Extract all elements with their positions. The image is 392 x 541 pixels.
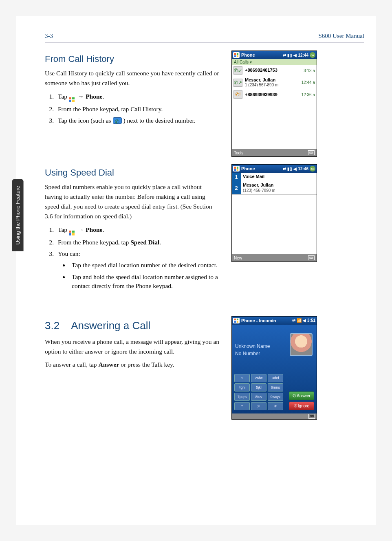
start-icon[interactable] [233,318,240,323]
section3-p1: When you receive a phone call, a message… [45,337,220,356]
caller-avatar [290,333,313,356]
new-button[interactable]: New [234,256,242,260]
volume-icon[interactable]: ◀ [303,318,306,323]
screenshot-incoming-call: Phone - Incomin ⇄ 📶 ◀ 3:51 Unknown Name [231,316,317,420]
call-time: 12:44 a [302,80,315,85]
speed-dial-name: Voice Mail [243,174,315,180]
speed-dial-info: Voice Mail [241,173,317,181]
start-menu-icon [69,231,76,236]
keypad-key[interactable]: 7pqrs [234,393,250,401]
volume-icon[interactable]: ◀ [293,167,297,171]
section2-steps: Tap → Phone. From the Phone keypad, tap … [45,224,220,291]
call-time: 12:36 a [302,92,315,97]
footer-bar: New ⌨ [232,254,317,262]
speed-dial-row[interactable]: 1Voice Mail [232,173,317,181]
screenshot-speed-dial: Phone ⇄ ▮▯ ◀ 12:46 ok 1Voice Mail2Messer… [231,164,317,262]
volume-icon[interactable]: ◀ [293,53,297,57]
keypad-key[interactable]: 0+ [251,402,266,410]
filter-bar[interactable]: All Calls ▾ [232,59,317,65]
incoming-panel: Unknown Name No Number 12abc3def4ghi5jkl… [232,325,317,413]
ok-button[interactable]: ok [310,52,315,58]
connectivity-icon[interactable]: ⇄ [283,53,286,57]
keypad-key[interactable]: 5jkl [251,383,266,391]
app-title: Phone [241,53,255,57]
section1-intro: Use Call History to quickly call someone… [45,68,220,88]
step-1: Tap → Phone. [55,91,220,103]
call-number: 1 (234) 567-890 m [245,83,299,88]
bullet-2: Tap and hold the speed dial location num… [69,273,220,291]
step-2: From the Phone keypad, tap Speed Dial. [55,237,220,248]
titlebar: Phone ⇄ ▮▯ ◀ 12:46 ok [232,165,317,173]
section-answering-call: 3.2 Answering a Call [45,319,220,332]
call-direction-icon[interactable]: ✆↗ [233,79,242,87]
ignore-button[interactable]: ✆ Ignore [289,402,314,410]
footer-bar: ⌨ [232,413,317,419]
section-number: 3.2 [45,319,59,332]
ok-button[interactable]: ok [310,166,315,172]
connectivity-icon[interactable]: ⇄ [283,167,286,171]
footer-bar: Tools ⌨ [232,149,317,156]
speed-dial-slot[interactable]: 2 [232,181,241,194]
bullet-1: Tap the speed dial location number of th… [69,261,220,270]
section2-intro: Speed dial numbers enable you to quickly… [45,182,220,221]
keyboard-icon[interactable]: ⌨ [308,414,315,419]
call-history-row[interactable]: ✆↙+8869824017533:13 a [232,65,317,76]
start-menu-icon [69,97,76,103]
screenshot-call-history: Phone ⇄ ▮▯ ◀ 12:44 ok All Calls ▾ ✆↙+886… [231,51,317,157]
step-3: You can: Tap the speed dial location num… [55,249,220,291]
tools-menu[interactable]: Tools [234,151,243,155]
keypad-key[interactable]: 8tuv [251,393,266,401]
call-icon [113,117,122,124]
keypad-key[interactable]: 9wxyz [268,393,283,401]
speed-dial-number: (123) 456-7890 m [243,188,315,194]
call-contact: +886982401753 [245,68,301,73]
section-tab: Using the Phone Feature [12,179,24,251]
connectivity-icon[interactable]: ⇄ [292,318,295,323]
clock: 12:44 [298,53,308,57]
keypad-key[interactable]: 2abc [251,374,266,382]
call-signal-icon: 📶 [297,318,302,323]
keypad-key[interactable]: 1 [234,374,250,382]
phone-ignore-icon: ✆ [294,404,297,408]
caller-name: Unknown Name [235,343,270,350]
dial-keypad: 12abc3def4ghi5jkl6mno7pqrs8tuv9wxyz*0+# [234,374,283,410]
call-direction-icon[interactable]: ✆↙ [233,66,242,75]
titlebar: Phone - Incomin ⇄ 📶 ◀ 3:51 [232,317,317,325]
call-history-row[interactable]: ✆!+88693993993912:36 a [232,89,317,100]
keypad-key[interactable]: * [234,402,250,410]
speed-dial-row[interactable]: 2Messer, Julian(123) 456-7890 m [232,181,317,195]
section3-p2: To answer a call, tap Answer or press th… [45,360,220,369]
step-3: Tap the icon (such as ) next to the desi… [55,115,220,126]
phone-answer-icon: ✆ [293,394,296,398]
section-title: Answering a Call [71,319,150,332]
start-icon[interactable] [233,166,240,172]
app-title: Phone [241,166,255,171]
answer-button[interactable]: ✆ Answer [289,391,314,400]
titlebar: Phone ⇄ ▮▯ ◀ 12:44 ok [232,51,317,59]
section1-steps: Tap → Phone. From the Phone keypad, tap … [45,91,220,126]
keypad-key[interactable]: # [268,402,283,410]
keyboard-icon[interactable]: ⌨ [308,150,315,155]
subsection-speed-dial: Using Speed Dial [45,167,220,178]
caller-number: No Number [235,350,270,357]
speed-dial-slot[interactable]: 1 [232,173,241,181]
subsection-from-call-history: From Call History [45,54,220,64]
clock: 3:51 [307,318,315,323]
keypad-key[interactable]: 6mno [268,383,283,391]
call-history-row[interactable]: ✆↗Messer, Julian1 (234) 567-890 m12:44 a [232,76,317,89]
step-1: Tap → Phone. [55,224,220,236]
signal-icon: ▮▯ [287,167,292,171]
start-icon[interactable] [233,52,240,58]
clock: 12:46 [298,167,308,171]
signal-icon: ▮▯ [287,53,292,57]
keypad-key[interactable]: 3def [268,374,283,382]
call-contact: +886939939939 [245,92,299,97]
speed-dial-name: Messer, Julian [243,183,315,188]
call-info: +886982401753 [245,68,301,73]
page-header: 3-3 S600 User Manual [45,33,364,43]
keypad-key[interactable]: 4ghi [234,383,250,391]
call-info: +886939939939 [245,92,299,97]
keyboard-icon[interactable]: ⌨ [308,255,315,260]
call-info: Messer, Julian1 (234) 567-890 m [245,77,299,88]
call-direction-icon[interactable]: ✆! [233,90,242,99]
